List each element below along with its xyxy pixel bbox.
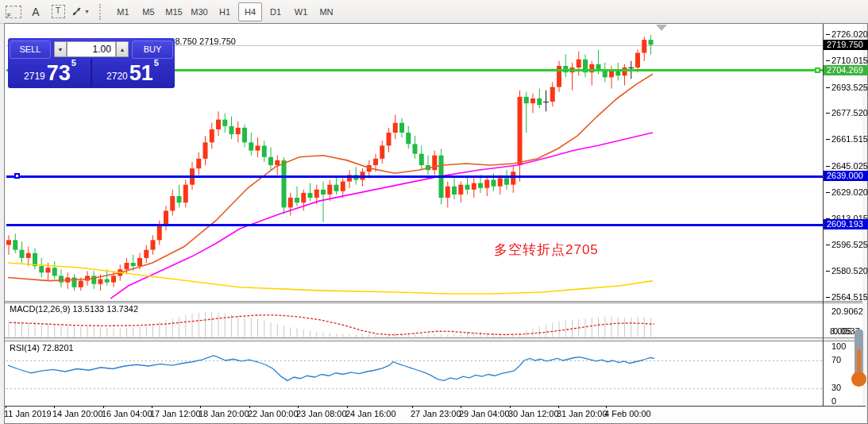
diagonal-arrows-icon <box>71 6 83 17</box>
toolbar-grip[interactable] <box>99 4 106 20</box>
price-tick: 2726.020 <box>831 29 868 39</box>
text-label-icon: T <box>52 5 65 18</box>
chart-shift-marker[interactable] <box>656 25 667 31</box>
hline-handle[interactable] <box>815 67 820 73</box>
rsi-label: RSI(14) 72.8201 <box>10 343 74 353</box>
mt4-window: F A T ▼ M1M5M15M30H1H4D1W1MN ▲SP500-,H4 … <box>0 0 868 424</box>
volume-up-button[interactable]: ▲ <box>116 41 129 57</box>
price-tick: 2661.515 <box>831 134 868 144</box>
grid-f-icon: F <box>6 6 21 18</box>
macd-axis-top: 20.9062 <box>831 306 863 316</box>
buy-button[interactable]: BUY <box>132 40 173 59</box>
price-tick: 2596.525 <box>831 240 868 249</box>
date-label: 23 Jan 08:00 <box>296 409 347 418</box>
buy-price[interactable]: 2720515 <box>92 59 173 87</box>
timeframe-button-m5[interactable]: M5 <box>137 2 160 21</box>
chevron-down-icon[interactable]: ▼ <box>84 9 90 14</box>
timeframe-button-d1[interactable]: D1 <box>264 2 287 21</box>
chart-window: ▲SP500-,H4 2719.250 2721.500 2718.750 27… <box>4 23 868 424</box>
date-label: 29 Jan 04:00 <box>459 409 510 418</box>
date-label: 14 Jan 20:00 <box>52 409 103 418</box>
axis-border <box>823 24 824 406</box>
date-label: 16 Jan 04:00 <box>102 409 152 418</box>
pane-splitter[interactable] <box>5 337 866 341</box>
one-click-trading-panel: SELL ▼ 1.00 ▲ BUY 2719735 2720515 <box>8 38 175 88</box>
timeframe-button-w1[interactable]: W1 <box>289 2 313 21</box>
price-badge: 2609.193 <box>824 219 868 229</box>
date-label: 31 Jan 20:00 <box>557 409 608 418</box>
price-badge: 2639.000 <box>824 171 868 181</box>
price-badge: 2704.269 <box>824 65 868 75</box>
arrows-tool-button[interactable]: ▼ <box>70 2 91 21</box>
price-tick: 2693.525 <box>831 83 868 92</box>
date-label: 30 Jan 12:00 <box>508 409 559 418</box>
timeframe-button-h4[interactable]: H4 <box>238 2 262 21</box>
price-tick: 2710.015 <box>831 56 868 65</box>
text-tool-button[interactable]: A <box>25 2 46 21</box>
timeframe-bar: M1M5M15M30H1H4D1W1MN <box>110 2 339 21</box>
price-tick: 2677.520 <box>831 108 868 118</box>
chart-annotation: 多空转折点2705 <box>494 241 599 259</box>
timeframe-button-m30[interactable]: M30 <box>187 2 211 21</box>
timeframe-button-h1[interactable]: H1 <box>213 2 237 21</box>
rsi-axis-label: 100 <box>831 341 846 351</box>
timeframe-button-m15[interactable]: M15 <box>162 2 186 21</box>
price-tick: 2564.515 <box>831 292 868 302</box>
date-label: 24 Jan 16:00 <box>345 409 396 418</box>
pane-splitter[interactable] <box>5 301 866 303</box>
hline-handle[interactable] <box>14 173 20 179</box>
macd-label: MACD(12,26,9) 13.5133 13.7342 <box>10 304 138 314</box>
date-label: 22 Jan 00:00 <box>248 409 299 418</box>
date-label: 17 Jan 12:00 <box>150 409 201 418</box>
sell-price[interactable]: 2719735 <box>10 59 91 87</box>
grid-f-tool-button[interactable]: F <box>3 2 24 21</box>
volume-down-button[interactable]: ▼ <box>54 41 67 57</box>
rsi-canvas[interactable] <box>6 341 823 404</box>
text-label-tool-button[interactable]: T <box>48 2 68 21</box>
date-label: 27 Jan 23:00 <box>411 409 461 418</box>
timeframe-button-m1[interactable]: M1 <box>111 2 135 21</box>
rsi-axis-label: 70 <box>831 355 841 364</box>
price-tick: 2645.025 <box>831 161 868 171</box>
sell-button[interactable]: SELL <box>10 40 51 59</box>
price-badge: 2719.750 <box>824 40 868 50</box>
price-tick: 2580.520 <box>831 266 868 276</box>
rsi-axis-label: 30 <box>831 383 841 392</box>
toolbar: F A T ▼ M1M5M15M30H1H4D1W1MN <box>0 0 868 24</box>
rsi-axis-label: 0 <box>831 396 836 406</box>
date-label: 18 Jan 20:00 <box>199 409 249 418</box>
thermometer-icon <box>851 329 868 394</box>
timeframe-button-mn[interactable]: MN <box>314 2 338 21</box>
date-label: 4 Feb 00:00 <box>604 409 651 418</box>
date-label: 11 Jan 2019 <box>4 409 52 418</box>
price-tick: 2629.020 <box>831 187 868 197</box>
